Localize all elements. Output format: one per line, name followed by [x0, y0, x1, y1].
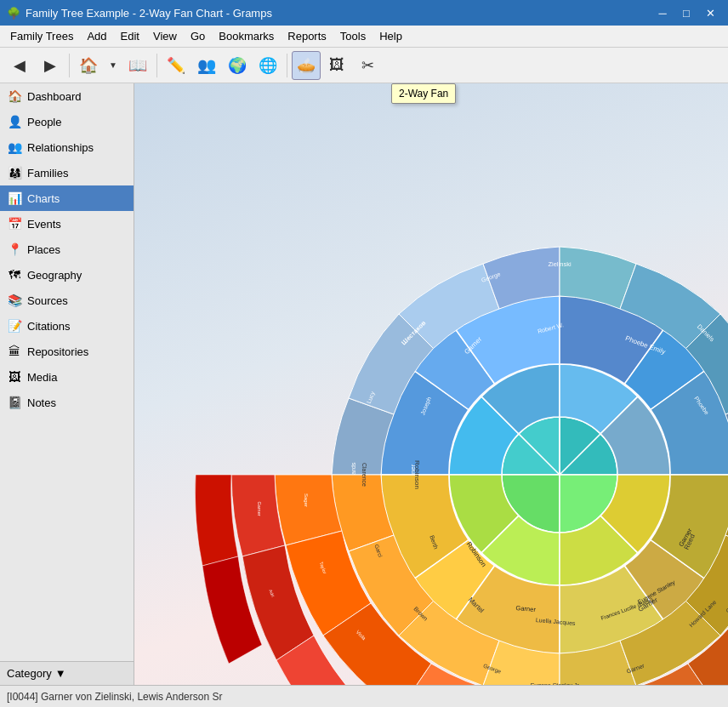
sidebar-label-places: Places [27, 243, 60, 256]
sidebar-item-places[interactable]: 📍Places [0, 237, 134, 262]
sep5 [287, 54, 287, 77]
sidebar-label-notes: Notes [27, 396, 56, 409]
sidebar-label-media: Media [27, 371, 57, 384]
menu-item-edit[interactable]: Edit [114, 27, 146, 45]
geography-icon: 🗺 [7, 267, 22, 282]
menu-item-familytrees[interactable]: Family Trees [3, 27, 80, 45]
families-icon: 👨‍👩‍👧 [7, 165, 22, 180]
relationships-icon: 👥 [7, 140, 22, 155]
menu-item-tools[interactable]: Tools [333, 27, 373, 45]
sidebar-item-relationships[interactable]: 👥Relationships [0, 134, 134, 160]
sources-icon: 📚 [7, 293, 22, 308]
rel-btn[interactable]: 👥 [192, 51, 221, 80]
menu-item-add[interactable]: Add [80, 27, 113, 45]
app-icon: 🌳 [7, 7, 20, 20]
sidebar-item-people[interactable]: 👤People [0, 109, 134, 134]
sidebar-item-citations[interactable]: 📝Citations [0, 313, 134, 339]
sidebar-label-charts: Charts [27, 192, 60, 205]
people-icon: 👤 [7, 114, 22, 129]
svg-text:Garner: Garner [257, 501, 262, 516]
close-button[interactable]: ✕ [699, 4, 721, 21]
media-icon: 🖼 [7, 369, 22, 385]
events-icon: 📅 [7, 216, 22, 231]
forward-btn[interactable]: ▶ [36, 51, 65, 80]
menu-item-go[interactable]: Go [184, 27, 212, 45]
sidebar: 🏠Dashboard👤People👥Relationships👨‍👩‍👧Fami… [0, 83, 134, 685]
chevron-down-icon: ▼ [55, 667, 66, 680]
svg-text:Sager: Sager [304, 493, 309, 507]
menu-item-reports[interactable]: Reports [281, 27, 333, 45]
fan-btn[interactable]: 🥧 [292, 51, 321, 80]
sidebar-label-geography: Geography [27, 269, 82, 282]
titlebar-left: 🌳 Family Tree Example - 2-Way Fan Chart … [7, 7, 272, 20]
sidebar-item-geography[interactable]: 🗺Geography [0, 262, 134, 288]
menu-item-view[interactable]: View [146, 27, 184, 45]
citations-icon: 📝 [7, 318, 22, 334]
photo-btn[interactable]: 🖼 [322, 51, 351, 80]
window-title: Family Tree Example - 2-Way Fan Chart - … [26, 7, 272, 20]
main-area: 🏠Dashboard👤People👥Relationships👨‍👩‍👧Fami… [0, 83, 728, 685]
sidebar-item-families[interactable]: 👨‍👩‍👧Families [0, 160, 134, 185]
sidebar-item-events[interactable]: 📅Events [0, 211, 134, 237]
titlebar-controls: ─ □ ✕ [651, 4, 721, 21]
menu-item-help[interactable]: Help [373, 27, 409, 45]
dropdown-arrow[interactable]: ▼ [105, 51, 122, 80]
content-area[interactable]: Garner von Zieliński Lewis Anderson Sr. [134, 83, 728, 685]
svg-text:Zielinski: Zielinski [548, 260, 571, 268]
sidebar-item-sources[interactable]: 📚Sources [0, 288, 134, 313]
toolbar-sep1 [69, 54, 70, 77]
sidebar-item-notes[interactable]: 📓Notes [0, 390, 134, 415]
sidebar-label-dashboard: Dashboard [27, 90, 82, 103]
edit-btn[interactable]: ✏️ [162, 51, 191, 80]
sidebar-label-citations: Citations [27, 320, 71, 333]
sep1 [156, 54, 157, 77]
svg-text:Clarence: Clarence [361, 463, 367, 487]
sidebar-item-charts[interactable]: 📊Charts [0, 185, 134, 211]
titlebar: 🌳 Family Tree Example - 2-Way Fan Chart … [0, 0, 728, 26]
sidebar-label-repositories: Repositories [27, 345, 88, 358]
sidebar-item-dashboard[interactable]: 🏠Dashboard [0, 83, 134, 109]
svg-text:Robinson: Robinson [413, 460, 421, 489]
tooltip: 2-Way Fan [391, 83, 456, 104]
sidebar-label-people: People [27, 116, 61, 128]
sidebar-footer[interactable]: Category▼ [0, 661, 134, 685]
sidebar-label-families: Families [27, 167, 68, 180]
globe2-btn[interactable]: 🌐 [253, 51, 282, 80]
repositories-icon: 🏛 [7, 344, 22, 359]
places-icon: 📍 [7, 242, 22, 257]
charts-icon: 📊 [7, 191, 22, 206]
maximize-button[interactable]: □ [675, 4, 697, 21]
sidebar-item-repositories[interactable]: 🏛Repositories [0, 339, 134, 364]
back-btn[interactable]: ◀ [5, 51, 34, 80]
category-label: Category [7, 667, 52, 680]
scissors-btn[interactable]: ✂ [353, 51, 382, 80]
book-btn[interactable]: 📖 [123, 51, 152, 80]
menubar: Family TreesAddEditViewGoBookmarksReport… [0, 26, 728, 48]
sidebar-label-events: Events [27, 218, 61, 231]
sidebar-item-media[interactable]: 🖼Media [0, 364, 134, 390]
globe-btn[interactable]: 🌍 [223, 51, 252, 80]
fan-chart[interactable]: Garner von Zieliński Lewis Anderson Sr. [134, 83, 728, 685]
sidebar-label-relationships: Relationships [27, 141, 94, 154]
notes-icon: 📓 [7, 395, 22, 410]
sidebar-label-sources: Sources [27, 294, 68, 307]
menu-item-bookmarks[interactable]: Bookmarks [212, 27, 281, 45]
status-text: [I0044] Garner von Zielinski, Lewis Ande… [7, 691, 222, 703]
svg-text:Eugene Stanley Jr.: Eugene Stanley Jr. [531, 682, 581, 685]
minimize-button[interactable]: ─ [651, 4, 674, 21]
tooltip-text: 2-Way Fan [399, 88, 448, 100]
home-btn[interactable]: 🏠 [74, 51, 103, 80]
statusbar: [I0044] Garner von Zielinski, Lewis Ande… [0, 685, 728, 707]
toolbar: ◀▶🏠▼📖✏️👥🌍🌐🥧🖼✂ [0, 48, 728, 83]
dashboard-icon: 🏠 [7, 88, 22, 104]
